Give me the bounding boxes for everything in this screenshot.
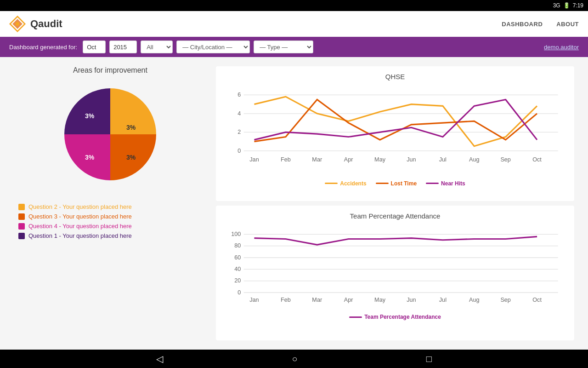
pie-svg: 3% 3% 3% 3% [60, 84, 161, 185]
attendance-label: Team Percentage Attendance [364, 314, 441, 320]
near-hits-line-icon [426, 183, 439, 184]
attendance-legend-item: Team Percentage Attendance [349, 314, 441, 320]
attendance-line [254, 236, 537, 245]
attendance-svg: 100 80 60 40 20 0 Jan Feb Mar Apr May Ju… [220, 223, 570, 310]
svg-text:Jul: Jul [439, 297, 447, 303]
near-hits-label: Near Hits [441, 180, 465, 187]
svg-text:80: 80 [234, 242, 241, 249]
qhse-svg: 6 4 2 0 Jan Feb Mar Apr May Jun Jul Aug … [220, 83, 570, 177]
left-panel: Areas for improvement 3% 3% 3% 3% [14, 66, 207, 340]
right-panel: QHSE 6 4 2 0 Jan Feb Mar Apr May Jun Jul [216, 66, 574, 340]
svg-text:6: 6 [237, 92, 241, 98]
top-nav: Qaudit DASHBOARD ABOUT [0, 11, 588, 37]
legend-item-4: Question 1 - Your question placed here [18, 232, 207, 239]
svg-text:Mar: Mar [312, 297, 322, 303]
filter-label: Dashboard generated for: [9, 44, 77, 51]
accidents-line [254, 97, 537, 146]
near-hits-legend: Near Hits [426, 180, 465, 187]
attendance-line-icon [349, 316, 362, 318]
qhse-title: QHSE [220, 73, 570, 80]
accidents-legend: Accidents [325, 180, 366, 187]
legend-item-3: Question 4 - Your question placed here [18, 223, 207, 230]
svg-text:Sep: Sep [500, 156, 511, 163]
svg-text:Oct: Oct [532, 156, 542, 163]
signal-icon: 3G [553, 2, 560, 9]
back-icon[interactable]: ◁ [156, 353, 163, 364]
logo: Qaudit [9, 16, 62, 32]
pie-label-2: 3% [126, 154, 136, 161]
legend-dot-1 [18, 204, 25, 210]
svg-text:100: 100 [231, 231, 241, 237]
svg-text:Jan: Jan [249, 297, 259, 303]
legend-dot-2 [18, 213, 25, 220]
month-input[interactable] [83, 40, 106, 53]
bottom-nav: ◁ ○ □ [0, 350, 588, 368]
lost-time-line-icon [376, 183, 389, 184]
legend-label-2: Question 3 - Your question placed here [28, 213, 132, 220]
year-input[interactable] [109, 40, 137, 53]
svg-text:0: 0 [237, 148, 241, 154]
svg-text:40: 40 [234, 266, 241, 272]
legend-dot-4 [18, 233, 25, 239]
svg-text:Feb: Feb [281, 297, 291, 303]
attendance-legend: Team Percentage Attendance [220, 314, 570, 320]
pie-legend: Question 2 - Your question placed here Q… [14, 203, 207, 242]
pie-chart: 3% 3% 3% 3% [60, 84, 161, 185]
lost-time-line [254, 99, 537, 141]
svg-text:2: 2 [237, 129, 241, 135]
svg-point-2 [16, 22, 20, 26]
pie-label-3: 3% [85, 154, 95, 161]
svg-text:20: 20 [234, 277, 241, 284]
lost-time-label: Lost Time [391, 180, 417, 187]
legend-item-2: Question 3 - Your question placed here [18, 213, 207, 220]
svg-text:Sep: Sep [500, 297, 511, 303]
type-select[interactable]: — Type — [254, 40, 313, 53]
logo-text: Qaudit [30, 18, 62, 30]
nav-dashboard[interactable]: DASHBOARD [502, 21, 543, 28]
filter-bar: Dashboard generated for: All — City/Loca… [0, 37, 588, 57]
home-icon[interactable]: ○ [292, 354, 297, 364]
svg-text:Jul: Jul [439, 156, 447, 163]
svg-text:4: 4 [237, 110, 241, 117]
city-location-select[interactable]: — City/Location — [176, 40, 250, 53]
pie-label-1: 3% [126, 124, 136, 131]
legend-label-3: Question 4 - Your question placed here [28, 223, 132, 230]
svg-text:60: 60 [234, 254, 241, 261]
qhse-chart-section: QHSE 6 4 2 0 Jan Feb Mar Apr May Jun Jul [216, 66, 574, 201]
svg-text:May: May [374, 297, 386, 303]
svg-text:Aug: Aug [469, 156, 480, 163]
attendance-title: Team Percentage Attendance [220, 212, 570, 220]
legend-label-1: Question 2 - Your question placed here [28, 203, 132, 210]
svg-text:Jan: Jan [249, 156, 259, 163]
logo-icon [9, 16, 26, 32]
svg-text:Jun: Jun [407, 297, 416, 303]
attendance-chart-section: Team Percentage Attendance 100 80 60 40 … [216, 206, 574, 340]
legend-label-4: Question 1 - Your question placed here [28, 232, 132, 239]
main-content: Areas for improvement 3% 3% 3% 3% [0, 57, 588, 350]
pie-segment-4 [64, 88, 110, 134]
svg-text:Feb: Feb [281, 156, 291, 163]
lost-time-legend: Lost Time [376, 180, 417, 187]
pie-label-4: 3% [85, 112, 95, 120]
legend-item-1: Question 2 - Your question placed here [18, 203, 207, 210]
battery-icon: 🔋 [563, 2, 570, 9]
svg-text:Mar: Mar [312, 156, 322, 163]
accidents-line-icon [325, 183, 338, 184]
all-select[interactable]: All [141, 40, 173, 53]
svg-text:Apr: Apr [344, 297, 353, 303]
svg-text:Oct: Oct [532, 297, 542, 303]
svg-text:Jun: Jun [407, 156, 416, 163]
legend-dot-3 [18, 223, 25, 230]
svg-text:Apr: Apr [344, 156, 353, 163]
svg-text:0: 0 [237, 289, 241, 296]
nav-links: DASHBOARD ABOUT [502, 21, 579, 28]
qhse-legend: Accidents Lost Time Near Hits [220, 180, 570, 187]
user-link[interactable]: demo.auditor [544, 44, 579, 51]
nav-about[interactable]: ABOUT [556, 21, 579, 28]
recents-icon[interactable]: □ [426, 354, 432, 364]
status-bar: 3G 🔋 7:19 [0, 0, 588, 11]
svg-text:May: May [374, 156, 386, 163]
svg-text:Aug: Aug [469, 297, 480, 303]
time-display: 7:19 [573, 2, 583, 9]
areas-chart-title: Areas for improvement [73, 66, 147, 75]
